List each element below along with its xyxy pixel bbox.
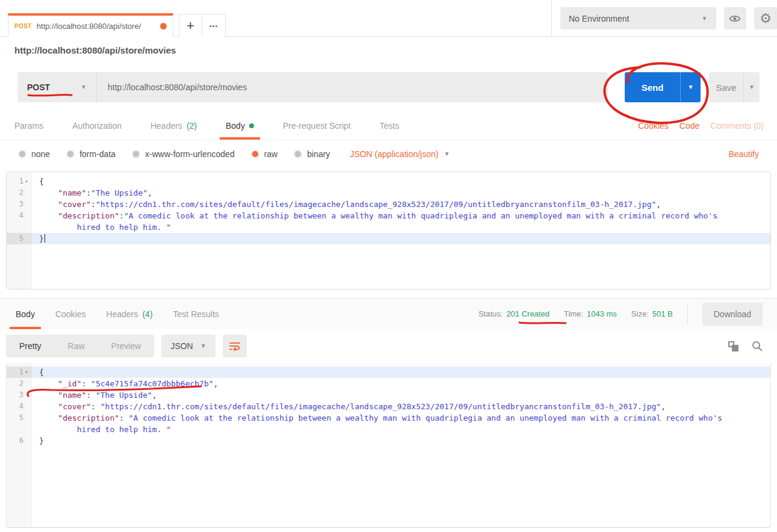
body-mode-none[interactable]: none xyxy=(18,149,50,159)
method-selector[interactable]: POST ▼ xyxy=(17,72,96,102)
line-number-gutter: 4 xyxy=(7,401,32,412)
view-mode-pretty[interactable]: Pretty xyxy=(6,335,55,357)
line-number: 5 xyxy=(19,233,23,244)
code-line: 3 "name": "The Upside", xyxy=(7,389,770,401)
tab-tests[interactable]: Tests xyxy=(379,111,401,140)
radio-icon xyxy=(66,150,75,158)
request-body-editor[interactable]: 1▾{2 "name":"The Upside",3 "cover":"http… xyxy=(6,172,771,289)
beautify-link[interactable]: Beautify xyxy=(728,149,759,159)
code-text: "cover": "https://cdn1.thr.com/sites/def… xyxy=(32,401,770,412)
settings-button[interactable]: ⚙ xyxy=(754,7,777,29)
copy-button[interactable] xyxy=(728,341,738,351)
fold-arrow-icon[interactable]: ▾ xyxy=(23,367,29,378)
line-number-gutter: 1▾ xyxy=(7,176,32,187)
tab-authorization[interactable]: Authorization xyxy=(71,111,123,140)
word-wrap-button[interactable] xyxy=(223,335,247,357)
response-format-selector[interactable]: JSON ▼ xyxy=(161,335,215,357)
view-mode-preview[interactable]: Preview xyxy=(98,335,155,357)
body-mode-form-data[interactable]: form-data xyxy=(66,149,116,159)
status-value: 201 Created xyxy=(506,309,549,318)
status-metric: Status: 201 Created xyxy=(478,309,549,318)
chevron-down-icon: ▼ xyxy=(200,343,206,349)
header-bar: POST http://localhost:8080/api/store/ + … xyxy=(0,0,777,37)
tab-url-label: http://localhost:8080/api/store/ xyxy=(37,22,155,31)
line-number-gutter: 2 xyxy=(7,187,32,199)
code-line: 2 "name":"The Upside", xyxy=(7,187,770,199)
body-mode-row: noneform-datax-www-form-urlencodedrawbin… xyxy=(0,140,777,168)
tab-cookies[interactable]: Cookies xyxy=(54,298,87,329)
body-mode-binary[interactable]: binary xyxy=(294,149,330,159)
request-tab-post[interactable]: POST http://localhost:8080/api/store/ xyxy=(8,13,173,37)
tab-pre-request-script[interactable]: Pre-request Script xyxy=(282,111,352,140)
environment-label: No Environment xyxy=(569,14,629,23)
more-tabs-button[interactable]: ••• xyxy=(202,14,226,37)
line-number-gutter: 4 xyxy=(7,210,32,221)
time-label: Time: xyxy=(564,309,583,318)
content-type-selector[interactable]: JSON (application/json) ▼ xyxy=(350,149,450,159)
word-wrap-icon xyxy=(229,341,241,351)
tab-body[interactable]: Body xyxy=(14,298,36,329)
content-type-label: JSON (application/json) xyxy=(350,149,438,159)
url-builder-row: POST ▼ http://localhost:8080/api/store/m… xyxy=(0,63,777,111)
tab-count: (2) xyxy=(187,121,197,131)
view-mode-raw[interactable]: Raw xyxy=(55,335,98,357)
tab-label: Body xyxy=(16,309,35,319)
request-title: http://localhost:8080/api/store/movies xyxy=(14,45,176,55)
tab-headers[interactable]: Headers(2) xyxy=(149,111,198,140)
fold-arrow-icon[interactable]: ▾ xyxy=(23,176,29,187)
send-options-button[interactable]: ▼ xyxy=(680,72,701,102)
cookies-link[interactable]: Cookies xyxy=(638,121,669,131)
line-number-gutter: 2 xyxy=(7,378,32,389)
response-body-editor[interactable]: 1▾{2 "_id": "5c4e715fa74c07dbbb6ecb7b",3… xyxy=(6,363,771,528)
postman-window: POST http://localhost:8080/api/store/ + … xyxy=(0,0,777,532)
radio-icon xyxy=(18,150,26,158)
environment-selector[interactable]: No Environment ▼ xyxy=(560,7,716,29)
tab-label: Tests xyxy=(380,121,400,131)
line-number-gutter: 3 xyxy=(7,389,32,401)
tab-test-results[interactable]: Test Results xyxy=(172,298,220,329)
response-format-label: JSON xyxy=(170,341,193,351)
tab-headers[interactable]: Headers(4) xyxy=(105,298,154,329)
code-line: hired to help him. " xyxy=(7,424,770,435)
body-mode-x-www-form-urlencoded[interactable]: x-www-form-urlencoded xyxy=(132,149,235,159)
url-input[interactable]: http://localhost:8080/api/store/movies xyxy=(96,72,608,102)
line-number: 2 xyxy=(19,187,23,199)
gear-icon: ⚙ xyxy=(760,12,772,25)
radio-icon xyxy=(294,150,302,158)
response-tabs: BodyCookiesHeaders(4)Test Results xyxy=(14,298,220,329)
search-icon[interactable] xyxy=(752,341,763,351)
environment-bar: No Environment ▼ ⚙ xyxy=(551,0,777,37)
body-mode-raw[interactable]: raw xyxy=(251,149,278,159)
tab-params[interactable]: Params xyxy=(13,111,45,140)
code-line: 5 "description": "A comedic look at the … xyxy=(7,412,770,424)
code-text: } xyxy=(32,435,770,447)
code-line: 1▾{ xyxy=(7,176,770,187)
line-number: 3 xyxy=(19,389,23,401)
line-number-gutter: 5 xyxy=(7,412,32,424)
chevron-down-icon: ▼ xyxy=(81,84,87,90)
new-tab-button[interactable]: + xyxy=(179,14,202,37)
tab-label: Headers xyxy=(107,309,138,319)
code-line: 2 "_id": "5c4e715fa74c07dbbb6ecb7b", xyxy=(7,378,770,389)
eye-icon xyxy=(729,14,741,23)
response-toolbar: PrettyRawPreview JSON ▼ xyxy=(0,329,777,363)
environment-quick-look-button[interactable] xyxy=(724,7,747,29)
tab-method-label: POST xyxy=(14,23,32,29)
chevron-down-icon: ▼ xyxy=(749,84,755,90)
text-cursor xyxy=(45,234,46,243)
request-editor-rows: 1▾{2 "name":"The Upside",3 "cover":"http… xyxy=(7,172,770,244)
tab-body[interactable]: Body xyxy=(224,111,255,140)
save-options-button[interactable]: ▼ xyxy=(743,72,760,102)
comments-link[interactable]: Comments (0) xyxy=(710,121,764,131)
download-button[interactable]: Download xyxy=(702,303,763,326)
code-text: hired to help him. " xyxy=(32,424,770,435)
send-button[interactable]: Send xyxy=(625,72,680,102)
save-button[interactable]: Save xyxy=(709,72,743,102)
chevron-down-icon: ▼ xyxy=(444,151,450,157)
line-number-gutter: 6 xyxy=(7,435,32,447)
code-text: hired to help him. " xyxy=(32,221,770,233)
line-number: 5 xyxy=(19,412,23,424)
code-link[interactable]: Code xyxy=(679,121,699,131)
chevron-down-icon: ▼ xyxy=(702,16,708,22)
response-metrics: Status: 201 Created Time: 1043 ms Size: … xyxy=(478,303,763,326)
